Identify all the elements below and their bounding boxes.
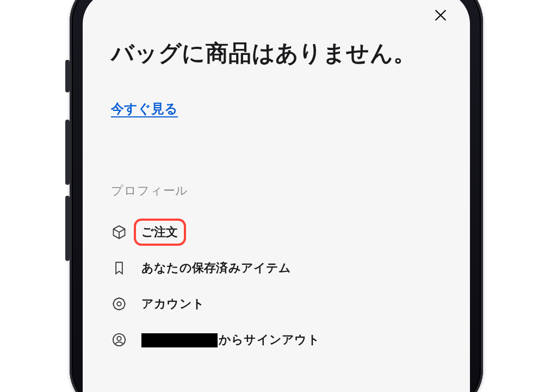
menu-item-label: からサインアウト xyxy=(141,332,320,348)
box-icon xyxy=(111,224,127,240)
menu-item-saved[interactable]: あなたの保存済みアイテム xyxy=(111,250,442,286)
page-title: バッグに商品はありません。 xyxy=(111,38,442,69)
screen: バッグに商品はありません。 今すぐ見る プロフィール ご注文 xyxy=(83,0,470,392)
close-button[interactable] xyxy=(430,5,451,27)
menu-item-orders[interactable]: ご注文 xyxy=(111,214,442,250)
gear-icon xyxy=(111,296,127,312)
bookmark-icon xyxy=(111,260,127,276)
svg-point-0 xyxy=(114,298,125,310)
close-icon xyxy=(433,8,448,25)
signout-suffix: からサインアウト xyxy=(219,333,320,346)
redacted-username xyxy=(141,333,218,347)
menu-item-account[interactable]: アカウント xyxy=(111,286,442,322)
menu-item-signout[interactable]: からサインアウト xyxy=(111,322,442,358)
svg-point-1 xyxy=(117,302,121,306)
svg-point-3 xyxy=(117,337,121,340)
side-button xyxy=(65,60,70,92)
profile-menu: ご注文 あなたの保存済みアイテム xyxy=(111,214,442,358)
browse-now-link[interactable]: 今すぐ見る xyxy=(111,100,178,117)
menu-item-label: ご注文 xyxy=(141,224,178,240)
menu-item-label: あなたの保存済みアイテム xyxy=(141,260,292,276)
profile-section-label: プロフィール xyxy=(111,183,442,199)
user-circle-icon xyxy=(111,332,127,348)
volume-up-button xyxy=(65,120,70,185)
volume-down-button xyxy=(65,196,70,261)
menu-item-label: アカウント xyxy=(141,296,205,312)
phone-frame: バッグに商品はありません。 今すぐ見る プロフィール ご注文 xyxy=(70,0,483,392)
